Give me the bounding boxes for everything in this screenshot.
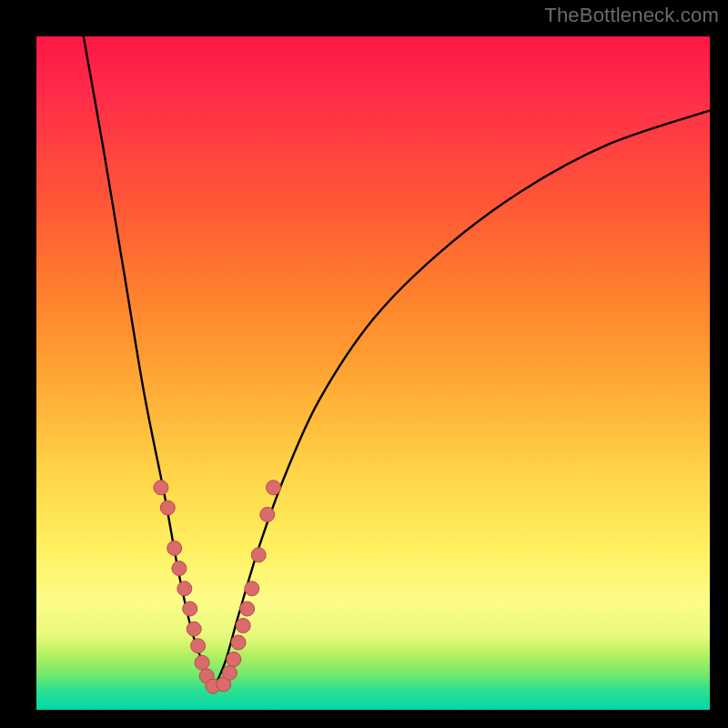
scatter-dot — [167, 541, 182, 555]
curve-right-branch — [211, 110, 710, 693]
scatter-dot — [227, 652, 241, 667]
scatter-dot — [154, 480, 168, 495]
scatter-dot — [160, 500, 175, 515]
watermark-text: TheBottleneck.com — [544, 4, 719, 27]
scatter-group — [154, 480, 281, 693]
plot-area — [36, 36, 710, 710]
scatter-dot — [172, 561, 187, 576]
scatter-dot — [177, 581, 192, 596]
scatter-dot — [231, 635, 246, 650]
scatter-dot — [183, 602, 197, 616]
scatter-dot — [245, 581, 259, 596]
scatter-dot — [236, 619, 250, 633]
chart-svg — [36, 36, 710, 710]
scatter-dot — [260, 507, 275, 521]
scatter-dot — [222, 665, 237, 680]
scatter-dot — [240, 602, 255, 616]
curve-group — [84, 36, 710, 693]
scatter-dot — [191, 639, 206, 653]
curve-left-branch — [84, 36, 212, 693]
scatter-dot — [187, 622, 201, 636]
scatter-dot — [267, 480, 281, 495]
scatter-dot — [195, 655, 209, 670]
outer-frame: TheBottleneck.com — [0, 0, 728, 728]
scatter-dot — [251, 548, 266, 562]
